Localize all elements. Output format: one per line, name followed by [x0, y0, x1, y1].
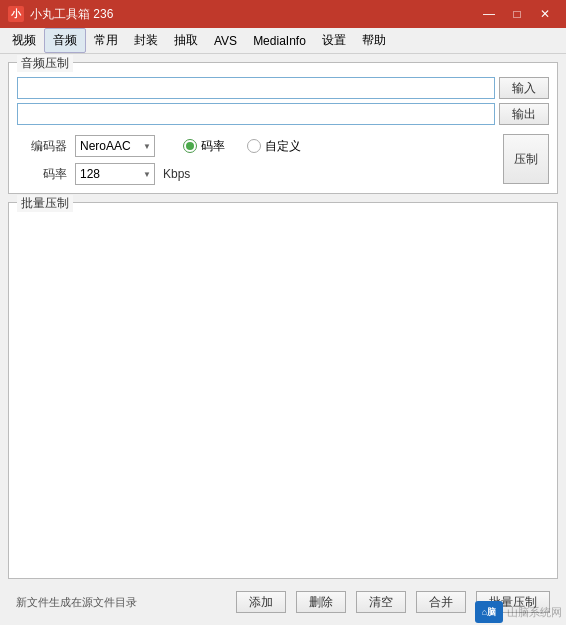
output-button[interactable]: 输出 — [499, 103, 549, 125]
menu-common[interactable]: 常用 — [86, 29, 126, 52]
compress-button[interactable]: 压制 — [503, 134, 549, 184]
batch-label: 批量压制 — [17, 195, 73, 212]
mode-bitrate[interactable]: 码率 — [183, 138, 225, 155]
close-button[interactable]: ✕ — [532, 4, 558, 24]
menu-video[interactable]: 视频 — [4, 29, 44, 52]
encoder-select[interactable]: NeroAAC QAAC FLAC MP3 — [75, 135, 155, 157]
menu-help[interactable]: 帮助 — [354, 29, 394, 52]
menu-bar: 视频 音频 常用 封装 抽取 AVS MediaInfo 设置 帮助 — [0, 28, 566, 54]
mode-custom[interactable]: 自定义 — [247, 138, 301, 155]
bitrate-select[interactable]: 128 192 256 320 — [75, 163, 155, 185]
menu-audio[interactable]: 音频 — [44, 28, 86, 53]
encoder-label: 编码器 — [17, 138, 67, 155]
menu-settings[interactable]: 设置 — [314, 29, 354, 52]
app-icon: 小 — [8, 6, 24, 22]
clear-button[interactable]: 清空 — [356, 591, 406, 613]
maximize-button[interactable]: □ — [504, 4, 530, 24]
watermark-icon: ⌂脑 — [475, 601, 503, 623]
audio-compress-label: 音频压制 — [17, 55, 73, 72]
merge-button[interactable]: 合并 — [416, 591, 466, 613]
title-bar: 小 小丸工具箱 236 — □ ✕ — [0, 0, 566, 28]
mode-custom-label: 自定义 — [265, 138, 301, 155]
output-row: 输出 — [17, 103, 549, 125]
output-field[interactable] — [17, 103, 495, 125]
input-row: 输入 — [17, 77, 549, 99]
watermark: ⌂脑 山脑系统网 — [475, 601, 562, 623]
encoder-row: 编码器 NeroAAC QAAC FLAC MP3 — [17, 135, 499, 157]
bitrate-select-wrapper: 128 192 256 320 — [75, 163, 155, 185]
audio-compress-section: 音频压制 输入 输出 编码器 Ne — [8, 62, 558, 194]
bitrate-label: 码率 — [17, 166, 67, 183]
minimize-button[interactable]: — — [476, 4, 502, 24]
menu-avs[interactable]: AVS — [206, 31, 245, 51]
mode-bitrate-label: 码率 — [201, 138, 225, 155]
new-file-text: 新文件生成在源文件目录 — [16, 595, 137, 610]
menu-mediainfo[interactable]: MediaInfo — [245, 31, 314, 51]
delete-button[interactable]: 删除 — [296, 591, 346, 613]
mode-radio-group: 码率 自定义 — [183, 138, 301, 155]
batch-list[interactable] — [9, 203, 557, 423]
mode-bitrate-radio[interactable] — [183, 139, 197, 153]
window-title: 小丸工具箱 236 — [30, 6, 476, 23]
input-button[interactable]: 输入 — [499, 77, 549, 99]
add-button[interactable]: 添加 — [236, 591, 286, 613]
batch-section: 批量压制 — [8, 202, 558, 579]
menu-package[interactable]: 封装 — [126, 29, 166, 52]
bitrate-row: 码率 128 192 256 320 Kbps — [17, 163, 499, 185]
mode-custom-radio[interactable] — [247, 139, 261, 153]
menu-extract[interactable]: 抽取 — [166, 29, 206, 52]
watermark-text: 山脑系统网 — [507, 605, 562, 620]
main-layout: 音频压制 输入 输出 编码器 Ne — [0, 54, 566, 625]
bitrate-unit: Kbps — [163, 167, 190, 181]
window-controls: — □ ✕ — [476, 4, 558, 24]
encoder-select-wrapper: NeroAAC QAAC FLAC MP3 — [75, 135, 155, 157]
input-field[interactable] — [17, 77, 495, 99]
